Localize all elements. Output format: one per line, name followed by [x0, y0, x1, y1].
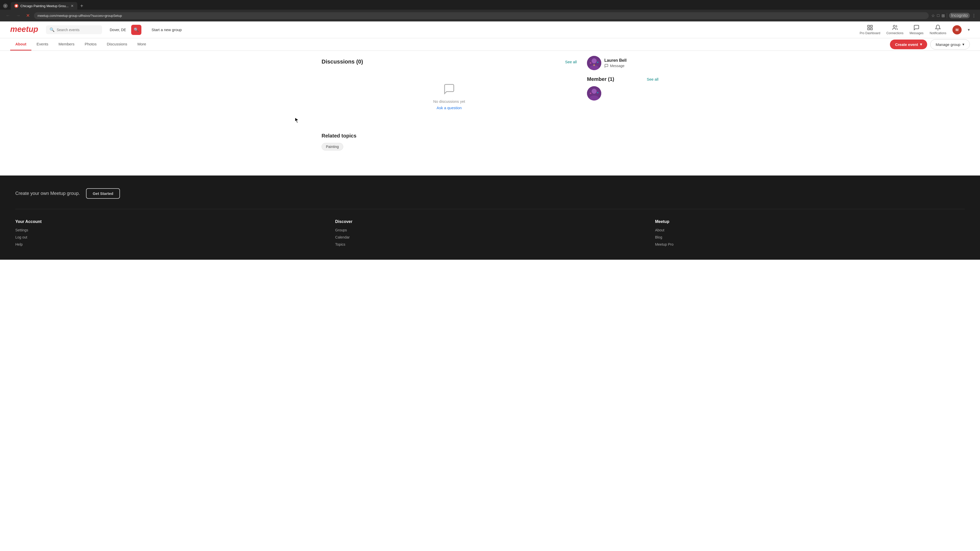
sub-nav: About Events Members Photos Discussions …: [0, 38, 980, 51]
browser-chrome: ▾ Chicago Painting Meetup Grou... ✕ + ← …: [0, 0, 980, 21]
header-dropdown-arrow[interactable]: ▾: [968, 27, 970, 32]
footer-about-link[interactable]: About: [655, 228, 965, 232]
chat-bubble-icon: [443, 83, 455, 95]
footer-column-account: Your Account Settings Log out Help: [15, 219, 325, 249]
svg-text:meetup: meetup: [10, 25, 38, 33]
svg-point-14: [592, 89, 597, 94]
footer-cta: Create your own Meetup group. Get Starte…: [15, 188, 965, 209]
search-button-icon: 🔍: [134, 27, 139, 32]
pro-dashboard-nav[interactable]: Pro Dashboard: [859, 24, 880, 35]
sub-nav-about[interactable]: About: [10, 38, 32, 51]
footer-settings-link[interactable]: Settings: [15, 228, 325, 232]
footer-cta-text: Create your own Meetup group.: [15, 191, 80, 196]
forward-button[interactable]: →: [14, 12, 22, 19]
tab-favicon: [14, 4, 18, 8]
organizer-avatar-placeholder: [587, 56, 601, 70]
notifications-label: Notifications: [930, 32, 946, 35]
tab-close-button[interactable]: ✕: [71, 4, 74, 8]
get-started-button[interactable]: Get Started: [86, 188, 120, 199]
manage-group-button[interactable]: Manage group ▾: [930, 39, 970, 49]
connections-nav[interactable]: Connections: [886, 24, 904, 35]
active-tab[interactable]: Chicago Painting Meetup Grou... ✕: [11, 2, 77, 10]
message-icon: [605, 64, 608, 68]
ask-question-link[interactable]: Ask a question: [437, 106, 462, 110]
manage-group-label: Manage group: [935, 42, 960, 47]
manage-group-chevron: ▾: [963, 42, 964, 47]
svg-rect-2: [868, 25, 870, 27]
footer-topics-link[interactable]: Topics: [335, 242, 645, 246]
svg-point-17: [597, 92, 598, 94]
empty-discussions: No discussions yet Ask a question: [321, 70, 577, 123]
footer-discover-title: Discover: [335, 219, 645, 224]
avatar-initials: M: [956, 28, 959, 32]
member-section-header: Member (1) See all: [587, 76, 659, 82]
pro-dashboard-icon: [867, 24, 873, 30]
site-header: meetup 🔍 Dover, DE 🔍 Start a new group P…: [0, 21, 980, 38]
extensions-icon[interactable]: □: [937, 13, 939, 18]
sub-nav-events[interactable]: Events: [32, 38, 53, 51]
svg-point-12: [593, 65, 595, 66]
no-discussions-text: No discussions yet: [433, 99, 465, 103]
tab-list-button[interactable]: ▾: [3, 3, 8, 8]
browser-more-icon[interactable]: ⋮: [972, 13, 976, 18]
footer-column-discover: Discover Groups Calendar Topics: [335, 219, 645, 249]
address-bar: ← → ✕ ☆ □ ⊞ Incognito ⋮: [0, 10, 980, 21]
member-see-all[interactable]: See all: [647, 77, 659, 81]
footer: Create your own Meetup group. Get Starte…: [0, 176, 980, 260]
start-new-group-link[interactable]: Start a new group: [151, 27, 182, 32]
search-input[interactable]: [57, 28, 97, 32]
discussions-header: Discussions (0) See all: [321, 59, 577, 65]
svg-point-11: [597, 62, 598, 63]
related-topics-section: Related topics Painting: [321, 133, 577, 152]
topic-tag-painting[interactable]: Painting: [321, 143, 343, 151]
avatar[interactable]: M: [953, 25, 962, 35]
back-button[interactable]: ←: [4, 12, 12, 19]
footer-meetup-title: Meetup: [655, 219, 965, 224]
logo[interactable]: meetup: [10, 24, 38, 35]
window-icon[interactable]: ⊞: [942, 13, 945, 18]
svg-point-8: [592, 59, 597, 64]
organizer-avatar: [587, 56, 601, 70]
notifications-nav[interactable]: Notifications: [930, 24, 946, 35]
search-button[interactable]: 🔍: [131, 25, 142, 35]
organizer-section: Lauren Bell Message: [587, 56, 659, 70]
svg-point-0: [15, 5, 18, 7]
footer-groups-link[interactable]: Groups: [335, 228, 645, 232]
create-event-button[interactable]: Create event ▾: [890, 40, 927, 49]
message-label: Message: [610, 64, 625, 68]
svg-point-10: [590, 62, 591, 64]
discussions-section: Discussions (0) See all No discussions y…: [321, 59, 577, 123]
sub-nav-more[interactable]: More: [132, 38, 151, 51]
member-section-title: Member (1): [587, 76, 614, 82]
notifications-icon: [935, 24, 941, 30]
footer-account-title: Your Account: [15, 219, 325, 224]
connections-icon: [892, 24, 898, 30]
footer-help-link[interactable]: Help: [15, 242, 325, 246]
svg-rect-3: [870, 25, 872, 27]
svg-rect-4: [868, 28, 870, 30]
discussions-see-all[interactable]: See all: [565, 60, 577, 64]
message-link[interactable]: Message: [605, 64, 627, 68]
left-column: Discussions (0) See all No discussions y…: [321, 51, 577, 160]
sub-nav-members[interactable]: Members: [53, 38, 80, 51]
url-bar[interactable]: [34, 12, 929, 19]
organizer-name: Lauren Bell: [605, 58, 627, 63]
tab-title: Chicago Painting Meetup Grou...: [21, 4, 68, 8]
discussions-title: Discussions (0): [321, 59, 363, 65]
topics-list: Painting: [321, 143, 577, 152]
messages-nav[interactable]: Messages: [910, 24, 924, 35]
location-display: Dover, DE: [110, 28, 126, 32]
reload-button[interactable]: ✕: [24, 12, 32, 19]
browser-actions: ☆ □ ⊞ Incognito ⋮: [931, 13, 976, 18]
bookmark-icon[interactable]: ☆: [931, 13, 935, 18]
sub-nav-discussions[interactable]: Discussions: [102, 38, 132, 51]
search-bar[interactable]: 🔍: [46, 25, 102, 34]
footer-logout-link[interactable]: Log out: [15, 235, 325, 239]
new-tab-button[interactable]: +: [78, 3, 86, 9]
footer-blog-link[interactable]: Blog: [655, 235, 965, 239]
member-avatar: [587, 86, 601, 100]
footer-meetup-pro-link[interactable]: Meetup Pro: [655, 242, 965, 246]
footer-calendar-link[interactable]: Calendar: [335, 235, 645, 239]
sub-nav-photos[interactable]: Photos: [80, 38, 102, 51]
related-topics-title: Related topics: [321, 133, 577, 139]
